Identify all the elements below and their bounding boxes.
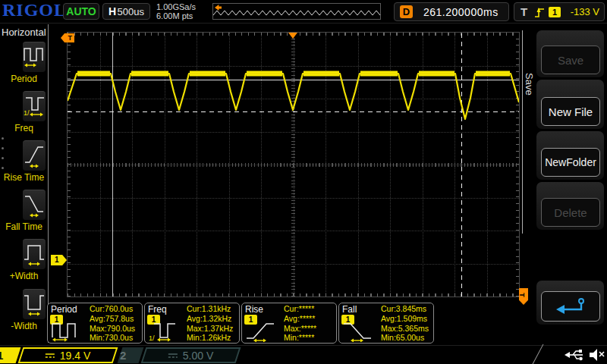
new-folder-button[interactable]: NewFolder [541, 148, 600, 177]
menu-card [536, 281, 604, 325]
trigger-label: T [521, 5, 527, 18]
speaker-muted-icon [587, 347, 605, 362]
memory-depth: 6.00M pts [156, 11, 196, 20]
channel1-ground-marker[interactable]: 1 [51, 255, 67, 265]
scroll-dot [2, 147, 4, 149]
horizontal-timebase-box[interactable]: H 500us [102, 3, 150, 20]
plus-width-icon [23, 240, 46, 270]
trigger-position-center-marker[interactable] [288, 33, 297, 39]
trigger-level-flag-label: T [518, 293, 526, 297]
measurement-min: Min:65.00us [381, 333, 429, 343]
fall-time-icon [23, 190, 46, 221]
freq-icon: 1/ [23, 92, 46, 122]
channel2-scale: 5.00 V [183, 350, 213, 362]
left-menu-outline [48, 24, 49, 343]
measurement-avg: Avg:1.509ms [381, 314, 429, 324]
waveform-memory-thumbnail[interactable] [212, 3, 381, 20]
back-button[interactable] [541, 291, 600, 322]
fall-time-icon [342, 319, 379, 342]
freq-icon: 1/ [148, 319, 184, 342]
measurement-name: Freq [148, 304, 167, 315]
waveform-display-area [67, 32, 520, 297]
dc-coupling-icon [168, 352, 178, 359]
delay-badge: D [400, 5, 413, 18]
delete-button[interactable]: Delete [541, 198, 600, 227]
svg-text:1/: 1/ [149, 334, 155, 342]
channel2-label[interactable]: 2 [118, 347, 144, 363]
measurement-panel-fall[interactable]: Fall 1 Cur:3.845ms Avg:1.509ms Max:5.365… [338, 303, 434, 344]
svg-text:1/: 1/ [24, 109, 30, 117]
sidebar-item-label: -Width [0, 321, 48, 331]
sample-rate: 1.00GSa/s [156, 2, 196, 11]
measurement-cur: Cur:760.0us [90, 304, 135, 314]
menu-card: Save [536, 30, 604, 77]
memory-waveform-preview [213, 4, 380, 19]
measurement-max: Max:5.365ms [381, 324, 429, 334]
topbar-divider [0, 23, 607, 24]
minus-width-icon [23, 290, 46, 320]
channel2-number: 2 [120, 347, 141, 363]
measurement-avg: Avg:757.8us [90, 314, 135, 324]
channel1-number: 1 [0, 347, 18, 363]
trigger-status-box[interactable]: T 1 -133 V [514, 2, 605, 21]
measurement-avg: Avg:***** [284, 314, 316, 324]
menu-card: NewFolder [536, 131, 604, 180]
channel-status-bar: 1 19.4 V 2 [0, 345, 607, 364]
channel1-scale: 19.4 V [60, 350, 90, 362]
sidebar-item-label: +Width [0, 271, 48, 281]
sidebar-item-label: Rise Time [0, 172, 48, 183]
measurement-min: Min:1.26kHz [187, 333, 233, 343]
scroll-dot [2, 137, 4, 140]
channel1-scale-box[interactable]: 19.4 V [18, 347, 118, 363]
horizontal-label: H [109, 5, 116, 17]
measurement-cur: Cur:1.31kHz [187, 304, 233, 314]
dc-coupling-icon [45, 352, 55, 359]
period-icon [23, 42, 46, 73]
right-menu-outline [522, 30, 523, 234]
measurement-panel-freq[interactable]: Freq 1 1/ Cur:1.31kHz Avg:1.32kHz Max:1.… [144, 303, 240, 344]
measurement-name: Fall [342, 304, 357, 315]
rising-edge-trigger-icon [534, 6, 546, 19]
menu-card: Delete [536, 182, 604, 230]
measurement-max: Max:790.0us [90, 324, 135, 334]
rise-time-icon [23, 141, 46, 171]
return-arrow-icon [554, 297, 587, 316]
rise-time-icon [245, 319, 281, 342]
sidebar-item-label: Period [0, 74, 48, 84]
timebase-value: 500us [118, 6, 144, 17]
measurement-avg: Avg:1.32kHz [187, 314, 233, 324]
sidebar-item-label: Freq [0, 123, 48, 133]
usb-icon [565, 348, 586, 362]
scroll-dot [2, 167, 4, 169]
measurement-panel-period[interactable]: Period 1 Cur:760.0us Avg:757.8us Max:790… [47, 303, 143, 344]
measurement-panel-rise[interactable]: Rise 1 Cur:***** Avg:***** Max:***** Min… [241, 303, 337, 344]
channel1-waveform-trace [68, 33, 519, 297]
oscilloscope-screen: RIGOL AUTO H 500us 1.00GSa/s 6.00M pts D… [0, 0, 607, 364]
trigger-level-value: -133 V [571, 6, 599, 17]
menu-card: New File [536, 80, 604, 129]
delay-value: 261.200000ms [423, 6, 498, 18]
trigger-source-badge: 1 [549, 7, 561, 17]
channel2-scale-box[interactable]: 5.00 V [141, 347, 241, 363]
trigger-delay-box[interactable]: D 261.200000ms [394, 2, 509, 21]
period-icon [51, 319, 87, 342]
measurement-cur: Cur:3.845ms [381, 304, 429, 314]
sample-rate-block: 1.00GSa/s 6.00M pts [156, 2, 196, 20]
measurement-max: Max:***** [284, 324, 316, 334]
rigol-logo: RIGOL [2, 0, 67, 20]
new-file-button[interactable]: New File [541, 97, 600, 126]
sidebar-item-label: Fall Time [0, 221, 48, 232]
measurement-min: Min:***** [284, 333, 316, 343]
measurement-min: Min:730.0us [90, 333, 135, 343]
trigger-position-offscreen-flag[interactable]: T [61, 33, 74, 42]
measurement-name: Rise [245, 304, 263, 315]
measure-menu-title: Horizontal [2, 27, 46, 38]
save-menu-tab-label: Save [524, 73, 535, 96]
scroll-dot [2, 157, 4, 159]
measurement-name: Period [51, 304, 77, 315]
measurement-cur: Cur:***** [284, 304, 316, 314]
save-button[interactable]: Save [541, 46, 600, 74]
trigger-level-offscreen-marker[interactable]: T [519, 288, 528, 305]
measurement-max: Max:1.37kHz [187, 324, 233, 334]
acquisition-status-badge[interactable]: AUTO [63, 3, 99, 20]
